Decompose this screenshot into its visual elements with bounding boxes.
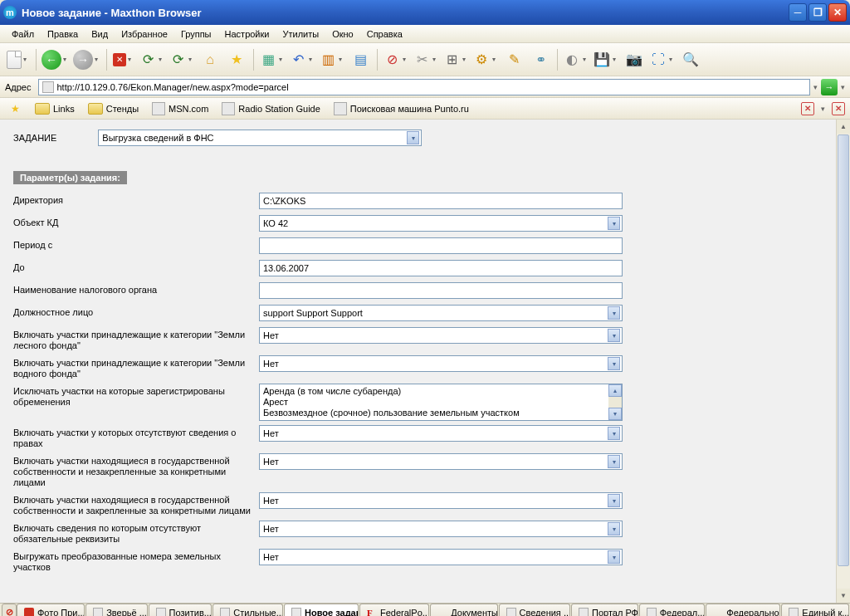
undo-button[interactable]: ↶▾ — [288, 47, 316, 72]
groups-button[interactable]: ▦▾ — [258, 47, 286, 72]
dropdown-icon[interactable]: ▾ — [608, 427, 620, 440]
select-input[interactable]: Нет▾ — [259, 425, 623, 442]
dropdown-icon[interactable]: ▾ — [608, 329, 620, 342]
dropdown-icon[interactable]: ▾ — [608, 306, 620, 320]
list-input[interactable]: Аренда (в том числе субаренда)АрестБезво… — [259, 384, 623, 421]
tab-0[interactable]: Фото При... — [17, 604, 85, 616]
zoom-button[interactable]: ⊞▾ — [442, 47, 470, 72]
tab-4[interactable]: Новое задание — [284, 604, 359, 616]
save-button[interactable]: 💾▾ — [592, 47, 620, 72]
select-input[interactable]: Нет▾ — [259, 327, 623, 344]
new-tab-button[interactable]: ▾ — [5, 46, 32, 73]
select-input[interactable]: support Support Support▾ — [259, 305, 623, 321]
sidebar-button[interactable]: ▤ — [348, 47, 373, 72]
scroll-down-icon[interactable]: ▾ — [608, 408, 622, 420]
field-label: Должностное лицо — [13, 305, 259, 318]
bookmark-links[interactable]: Links — [32, 101, 78, 116]
scroll-up-icon[interactable]: ▲ — [837, 120, 850, 134]
menu-1[interactable]: Правка — [41, 27, 85, 41]
forward-button[interactable]: →▾ — [72, 46, 102, 73]
page-icon — [506, 608, 516, 616]
encoding-button[interactable]: ◐▾ — [562, 47, 590, 72]
select-input[interactable]: Нет▾ — [259, 521, 623, 537]
tab-3[interactable]: Стильные... — [212, 604, 283, 616]
new-tab-small-button[interactable]: ⊘ — [2, 604, 17, 616]
favorites-button[interactable]: ★ — [224, 47, 249, 72]
scroll-down-icon[interactable]: ▼ — [837, 589, 850, 603]
url-input[interactable]: http://10.129.0.76/Ekon.Manager/new.aspx… — [38, 79, 811, 95]
go-dropdown[interactable]: ▾ — [841, 83, 845, 91]
close-button[interactable]: ✕ — [828, 3, 847, 22]
fullscreen-button[interactable]: ⛶▾ — [648, 47, 677, 72]
dropdown-icon[interactable]: ▾ — [608, 522, 620, 535]
screenshot-button[interactable]: 📷 — [622, 47, 647, 72]
close-all-button[interactable]: ✕ — [832, 102, 845, 115]
url-text: http://10.129.0.76/Ekon.Manager/new.aspx… — [57, 82, 289, 92]
menu-6[interactable]: Утилиты — [276, 27, 325, 41]
dropdown-icon[interactable]: ▾ — [608, 357, 620, 370]
scroll-thumb[interactable] — [838, 134, 849, 566]
close-tab-button[interactable]: ✕ — [801, 102, 814, 115]
block-button[interactable]: ⊘▾ — [382, 47, 410, 72]
url-dropdown[interactable]: ▾ — [813, 83, 818, 91]
menu-4[interactable]: Группы — [174, 27, 218, 41]
maximize-button[interactable]: ❐ — [808, 3, 827, 22]
bookmark-stands[interactable]: Стенды — [85, 101, 142, 116]
dropdown-icon[interactable]: ▾ — [608, 455, 620, 468]
menu-0[interactable]: Файл — [5, 27, 41, 41]
link-button[interactable]: ⚭ — [528, 47, 553, 72]
clear-button[interactable]: ✂▾ — [412, 47, 440, 72]
tab-5[interactable]: FFederalPo... — [359, 604, 429, 616]
dropdown-icon[interactable]: ▾ — [608, 494, 620, 507]
menu-7[interactable]: Окно — [325, 27, 360, 41]
resource-button[interactable]: ▥▾ — [318, 47, 346, 72]
text-input[interactable]: C:\ZKOKS — [259, 193, 623, 209]
tab-8[interactable]: Портал РФ — [571, 604, 638, 616]
tab-9[interactable]: Федерал... — [639, 604, 706, 616]
tab-6[interactable]: Документы — [430, 604, 497, 616]
dropdown-icon[interactable]: ▾ — [407, 131, 419, 144]
tab-1[interactable]: Зверьё ... — [85, 604, 147, 616]
dropdown-icon[interactable]: ▾ — [608, 217, 620, 230]
field-label: Объект КД — [13, 215, 259, 228]
tab-11[interactable]: Единый к... — [781, 604, 849, 616]
form-row-3: До13.06.2007 — [13, 260, 823, 278]
scroll-up-icon[interactable]: ▴ — [608, 384, 622, 397]
bookmark-punto[interactable]: Поисковая машина Punto.ru — [330, 100, 472, 117]
bookmark-star[interactable]: ★ — [5, 100, 25, 117]
field-label: Включать участки принадлежащие к категор… — [13, 327, 259, 351]
back-button[interactable]: ←▾ — [41, 46, 71, 73]
text-input[interactable] — [259, 282, 623, 299]
stop-icon — [24, 608, 34, 616]
minimize-button[interactable]: ─ — [789, 3, 807, 22]
stop-button[interactable]: ✕▾ — [111, 47, 136, 72]
select-input[interactable]: Нет▾ — [259, 549, 623, 565]
text-input[interactable] — [259, 237, 623, 254]
select-input[interactable]: Нет▾ — [259, 492, 623, 509]
address-label: Адрес — [5, 82, 32, 92]
menu-5[interactable]: Настройки — [218, 27, 276, 41]
tab-2[interactable]: Позитив... — [149, 604, 212, 616]
refresh-all-button[interactable]: ⟳▾ — [168, 47, 196, 72]
search-button[interactable]: 🔍 — [678, 47, 703, 72]
tab-7[interactable]: Сведения ... — [499, 604, 570, 616]
menu-3[interactable]: Избранное — [115, 27, 174, 41]
page-icon — [220, 608, 230, 616]
menu-2[interactable]: Вид — [85, 27, 115, 41]
bookmark-msn[interactable]: MSN.com — [149, 100, 212, 117]
tab-10[interactable]: Федерально... — [706, 604, 780, 616]
menu-8[interactable]: Справка — [360, 27, 409, 41]
text-input[interactable]: 13.06.2007 — [259, 260, 623, 276]
task-select[interactable]: Выгрузка сведений в ФНС ▾ — [98, 130, 422, 146]
bookmark-radio[interactable]: Radio Station Guide — [218, 100, 323, 117]
select-input[interactable]: КО 42▾ — [259, 215, 623, 232]
select-input[interactable]: Нет▾ — [259, 355, 623, 372]
tools-button[interactable]: ⚙▾ — [471, 47, 500, 72]
refresh-button[interactable]: ⟳▾ — [138, 47, 166, 72]
dropdown-icon[interactable]: ▾ — [608, 550, 620, 564]
highlight-button[interactable]: ✎ — [501, 47, 526, 72]
home-button[interactable]: ⌂ — [198, 47, 222, 72]
go-button[interactable]: → — [821, 79, 838, 95]
vertical-scrollbar[interactable]: ▲ ▼ — [836, 120, 850, 603]
select-input[interactable]: Нет▾ — [259, 453, 623, 470]
